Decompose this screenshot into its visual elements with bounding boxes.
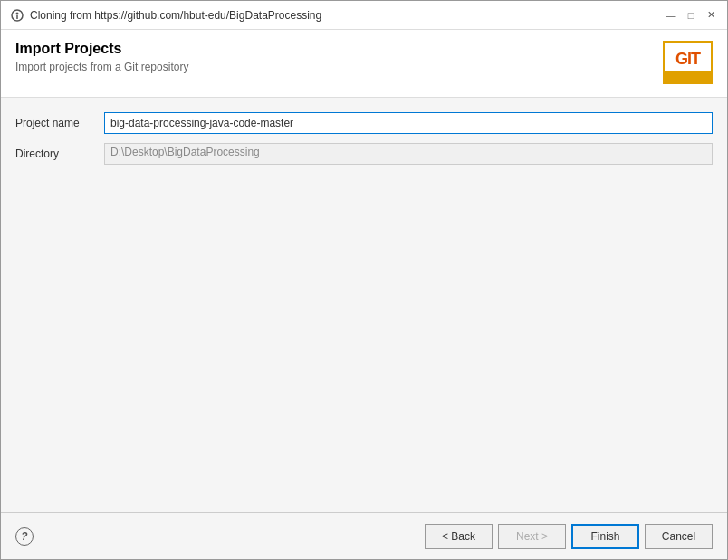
back-button[interactable]: < Back	[425, 524, 493, 549]
main-content-area	[1, 179, 727, 512]
import-projects-subtitle: Import projects from a Git repository	[15, 61, 188, 73]
directory-row: Directory D:\Desktop\BigDataProcessing	[15, 143, 713, 165]
title-bar: Cloning from https://github.com/hbut-edu…	[1, 1, 727, 30]
directory-label: Directory	[15, 147, 97, 160]
footer-right: < Back Next > Finish Cancel	[425, 524, 713, 549]
git-logo-text: GIT	[675, 50, 700, 69]
project-name-label: Project name	[15, 117, 97, 129]
svg-point-1	[16, 12, 19, 14]
header-text: Import Projects Import projects from a G…	[15, 41, 188, 73]
form-section: Project name Directory D:\Desktop\BigDat…	[1, 98, 727, 179]
project-name-input[interactable]	[104, 112, 713, 134]
project-name-row: Project name	[15, 112, 713, 134]
footer-left: ?	[15, 527, 34, 546]
directory-value: D:\Desktop\BigDataProcessing	[104, 143, 713, 165]
finish-button[interactable]: Finish	[571, 524, 639, 549]
window-title: Cloning from https://github.com/hbut-edu…	[30, 9, 321, 22]
close-button[interactable]: ✕	[704, 8, 718, 23]
title-bar-left: Cloning from https://github.com/hbut-edu…	[10, 8, 321, 23]
maximize-button[interactable]: □	[684, 8, 698, 23]
main-window: Cloning from https://github.com/hbut-edu…	[0, 0, 728, 560]
next-button[interactable]: Next >	[498, 524, 566, 549]
header-section: Import Projects Import projects from a G…	[1, 30, 727, 98]
cancel-button[interactable]: Cancel	[645, 524, 713, 549]
title-bar-controls: — □ ✕	[664, 8, 718, 23]
minimize-button[interactable]: —	[664, 8, 678, 23]
git-logo: GIT	[663, 41, 713, 84]
footer: ? < Back Next > Finish Cancel	[1, 512, 727, 559]
help-button[interactable]: ?	[15, 527, 34, 546]
import-projects-title: Import Projects	[15, 41, 188, 57]
svg-rect-2	[16, 15, 18, 19]
git-clone-icon	[10, 8, 24, 23]
